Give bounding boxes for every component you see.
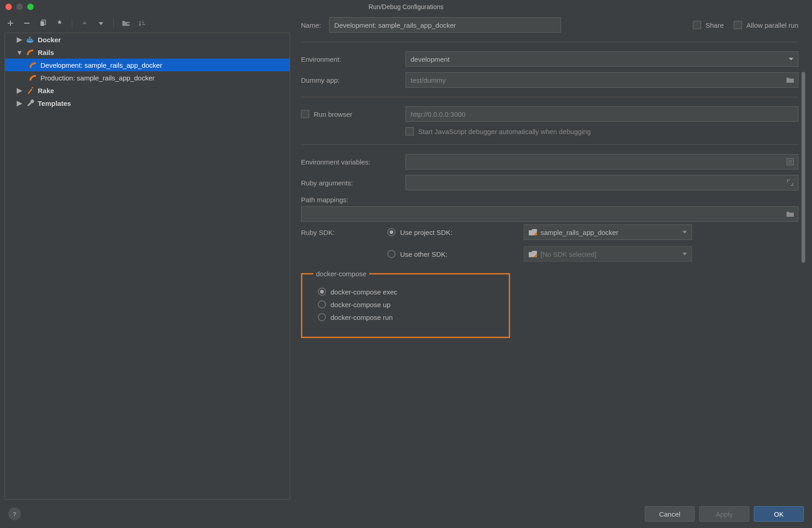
tree-label: Docker xyxy=(38,36,61,44)
dummy-app-value: test/dummy xyxy=(411,76,446,84)
tree-item-rails-prod[interactable]: Production: sample_rails_app_docker xyxy=(5,71,290,84)
titlebar: Run/Debug Configurations xyxy=(0,0,812,14)
sdk-folder-icon xyxy=(529,251,537,257)
svg-rect-4 xyxy=(31,39,32,40)
other-sdk-value: [No SDK selected] xyxy=(541,250,596,258)
move-down-icon[interactable] xyxy=(97,19,105,27)
config-toolbar xyxy=(5,14,290,33)
checkbox-icon xyxy=(693,21,701,29)
environment-select[interactable]: development xyxy=(406,51,798,67)
run-browser-checkbox[interactable]: Run browser xyxy=(301,110,406,118)
start-js-debugger-checkbox[interactable]: Start JavaScript debugger automatically … xyxy=(406,127,591,135)
apply-button[interactable]: Apply xyxy=(699,506,749,522)
name-input[interactable]: Development: sample_rails_app_docker xyxy=(329,17,561,33)
project-sdk-value: sample_rails_app_docker xyxy=(541,229,618,236)
environment-label: Environment: xyxy=(301,55,406,63)
list-edit-icon[interactable] xyxy=(786,158,794,166)
edit-defaults-icon[interactable] xyxy=(55,19,64,27)
share-checkbox[interactable]: Share xyxy=(693,21,724,29)
rake-icon xyxy=(26,86,35,95)
ruby-args-label: Ruby arguments: xyxy=(301,179,406,187)
cancel-button[interactable]: Cancel xyxy=(645,506,695,522)
path-mappings-label: Path mappings: xyxy=(301,196,406,204)
run-browser-label: Run browser xyxy=(314,110,352,118)
allow-parallel-checkbox[interactable]: Allow parallel run xyxy=(734,21,798,29)
compose-up-radio[interactable]: docker-compose up xyxy=(318,300,495,309)
tree-node-templates[interactable]: ▶ Templates xyxy=(5,97,290,110)
ruby-sdk-label: Ruby SDK: xyxy=(301,229,387,236)
rails-icon xyxy=(26,48,35,57)
sdk-folder-icon xyxy=(529,229,537,235)
compose-option-label: docker-compose run xyxy=(331,314,393,321)
sort-icon[interactable] xyxy=(138,19,146,27)
compose-run-radio[interactable]: docker-compose run xyxy=(318,313,495,321)
folder-browse-icon xyxy=(786,76,794,84)
env-vars-input[interactable] xyxy=(406,154,798,169)
scrollbar[interactable] xyxy=(800,17,807,496)
dummy-app-label: Dummy app: xyxy=(301,76,406,84)
radio-icon xyxy=(318,313,326,321)
share-label: Share xyxy=(706,21,724,29)
rails-icon xyxy=(29,73,38,82)
tree-label: Templates xyxy=(38,100,71,107)
tree-node-rake[interactable]: ▶ Rake xyxy=(5,84,290,97)
divider xyxy=(301,42,798,42)
rails-icon xyxy=(29,60,38,70)
folder-icon[interactable] xyxy=(122,19,130,27)
checkbox-icon xyxy=(406,127,414,135)
expand-arrow-icon[interactable]: ▶ xyxy=(16,35,23,44)
expand-arrow-icon[interactable]: ▶ xyxy=(16,99,23,107)
collapse-arrow-icon[interactable]: ▼ xyxy=(16,49,23,56)
config-tree[interactable]: ▶ Docker ▼ Rails Development: sample_rai… xyxy=(5,33,290,500)
window-title: Run/Debug Configurations xyxy=(0,3,812,10)
svg-rect-2 xyxy=(27,39,29,40)
tree-node-docker[interactable]: ▶ Docker xyxy=(5,33,290,46)
help-button[interactable]: ? xyxy=(8,508,21,520)
other-sdk-select[interactable]: [No SDK selected] xyxy=(524,246,692,262)
divider xyxy=(301,144,798,145)
folder-browse-icon[interactable] xyxy=(786,210,794,218)
separator xyxy=(113,19,114,28)
tree-item-rails-dev[interactable]: Development: sample_rails_app_docker xyxy=(5,59,290,71)
svg-rect-0 xyxy=(40,21,44,26)
docker-compose-group: docker-compose docker-compose exec docke… xyxy=(301,270,510,338)
svg-rect-5 xyxy=(29,37,30,38)
tree-label: Rake xyxy=(38,87,54,95)
compose-exec-radio[interactable]: docker-compose exec xyxy=(318,288,495,296)
tree-label: Rails xyxy=(38,49,54,56)
dialog-footer: ? Cancel Apply OK xyxy=(0,500,812,528)
use-other-sdk-label: Use other SDK: xyxy=(400,250,447,258)
expand-arrow-icon[interactable]: ▶ xyxy=(16,86,23,95)
copy-icon[interactable] xyxy=(39,19,47,27)
env-vars-label: Environment variables: xyxy=(301,158,406,166)
radio-icon xyxy=(318,300,326,309)
project-sdk-select[interactable]: sample_rails_app_docker xyxy=(524,224,692,240)
run-browser-url-input[interactable]: http://0.0.0.0:3000 xyxy=(406,106,798,122)
remove-icon[interactable] xyxy=(23,19,31,27)
compose-option-label: docker-compose exec xyxy=(331,288,397,296)
tree-node-rails[interactable]: ▼ Rails xyxy=(5,46,290,59)
wrench-icon xyxy=(26,99,35,108)
docker-compose-legend: docker-compose xyxy=(313,270,369,278)
compose-option-label: docker-compose up xyxy=(331,301,391,309)
checkbox-icon xyxy=(734,21,742,29)
add-icon[interactable] xyxy=(6,19,15,27)
use-project-sdk-radio[interactable]: Use project SDK: xyxy=(387,228,524,236)
use-other-sdk-radio[interactable]: Use other SDK: xyxy=(387,250,524,258)
expand-icon[interactable] xyxy=(786,179,794,187)
divider xyxy=(301,97,798,97)
checkbox-icon xyxy=(301,110,309,118)
tree-item-label: Development: sample_rails_app_docker xyxy=(40,61,162,69)
ruby-args-input[interactable] xyxy=(406,175,798,190)
radio-icon xyxy=(318,288,326,296)
use-project-sdk-label: Use project SDK: xyxy=(400,229,452,236)
move-up-icon[interactable] xyxy=(80,19,89,27)
radio-icon xyxy=(387,228,396,236)
docker-icon xyxy=(26,35,35,44)
scrollbar-thumb[interactable] xyxy=(802,72,805,263)
svg-rect-3 xyxy=(29,39,30,40)
name-label: Name: xyxy=(301,21,321,29)
ok-button[interactable]: OK xyxy=(754,506,804,522)
path-mappings-input[interactable] xyxy=(301,206,798,222)
dummy-app-input: test/dummy xyxy=(406,72,798,88)
